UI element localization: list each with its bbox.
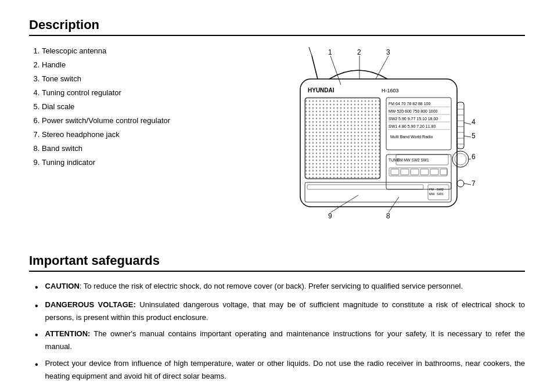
safeguard-text-4: Protect your device from influence of hi… bbox=[45, 357, 525, 383]
svg-rect-17 bbox=[391, 169, 399, 175]
safeguards-divider bbox=[29, 271, 525, 272]
safeguard-bold-1: CAUTION bbox=[45, 282, 80, 290]
callout-5: 5 bbox=[472, 132, 476, 140]
list-item: Tone switch bbox=[42, 72, 192, 86]
callout-4: 4 bbox=[472, 118, 476, 126]
svg-line-32 bbox=[464, 136, 471, 137]
safeguard-bold-3: ATTENTION: bbox=[45, 329, 91, 338]
safeguard-rest-3: The owner's manual contains important op… bbox=[45, 329, 525, 351]
safeguard-text-3: ATTENTION: The owner's manual contains i… bbox=[45, 328, 525, 353]
grille-dots bbox=[305, 98, 380, 178]
model-label: H-1603 bbox=[382, 88, 399, 93]
list-item: Stereo headphone jack bbox=[42, 128, 192, 142]
svg-text:MW: MW bbox=[429, 192, 436, 196]
safeguard-text-1: CAUTION: To reduce the risk of electric … bbox=[45, 280, 463, 295]
safeguard-item-2: DANGEROUS VOLTAGE: Uninsulated dangerous… bbox=[35, 299, 525, 324]
list-item: Power switch/Volume control regulator bbox=[42, 114, 192, 128]
safeguard-text-2: DANGEROUS VOLTAGE: Uninsulated dangerous… bbox=[45, 299, 525, 324]
freq-fm: FM 64 70 76 82 88 100 bbox=[388, 102, 430, 106]
safeguard-item-4: Protect your device from influence of hi… bbox=[35, 357, 525, 383]
radio-diagram: 1 2 3 HYUNDAI H-1603 bbox=[242, 44, 486, 230]
description-list: Telescopic antenna Handle Tone switch Tu… bbox=[29, 44, 192, 230]
safeguard-rest-1: : To reduce the risk of electric shock, … bbox=[80, 282, 463, 290]
callout-7: 7 bbox=[472, 179, 476, 188]
svg-rect-19 bbox=[411, 169, 419, 175]
callout-2: 2 bbox=[357, 48, 361, 56]
svg-line-47 bbox=[312, 56, 318, 79]
svg-rect-20 bbox=[420, 169, 429, 175]
list-item: Handle bbox=[42, 58, 192, 72]
svg-line-48 bbox=[309, 47, 312, 56]
svg-line-39 bbox=[388, 197, 399, 213]
items-list: Telescopic antenna Handle Tone switch Tu… bbox=[29, 44, 192, 170]
list-item: Tuning control regulator bbox=[42, 86, 192, 100]
callout-9: 9 bbox=[328, 212, 332, 220]
description-divider bbox=[29, 35, 525, 36]
svg-text:SW1: SW1 bbox=[437, 192, 444, 196]
description-title: Description bbox=[29, 17, 525, 33]
brand-label: HYUNDAI bbox=[308, 87, 334, 93]
safeguard-bold-2: DANGEROUS VOLTAGE: bbox=[45, 300, 136, 309]
callout-1: 1 bbox=[328, 48, 332, 56]
radio-svg: 1 2 3 HYUNDAI H-1603 bbox=[242, 44, 486, 230]
callout-8: 8 bbox=[386, 212, 390, 220]
band-selector: FM MW SW2 SW1 bbox=[397, 158, 429, 162]
svg-rect-21 bbox=[430, 169, 438, 175]
svg-point-36 bbox=[457, 180, 464, 187]
svg-line-0 bbox=[330, 56, 341, 85]
svg-line-38 bbox=[330, 195, 358, 213]
svg-rect-41 bbox=[307, 185, 423, 189]
callout-3: 3 bbox=[386, 48, 390, 56]
freq-sw2: SW2 5.90 9.77 15.10 18.00 bbox=[388, 117, 438, 121]
svg-line-37 bbox=[464, 184, 471, 185]
diagram-area: 1 2 3 HYUNDAI H-1603 bbox=[203, 44, 525, 230]
subtitle-text: Multi Band World Radio bbox=[390, 135, 433, 139]
svg-text:SW2: SW2 bbox=[437, 188, 444, 191]
svg-rect-8 bbox=[305, 98, 380, 178]
safeguards-section: Important safeguards CAUTION: To reduce … bbox=[29, 253, 525, 383]
freq-sw1: SW1 4.80 5.90 7.20 11.80 bbox=[388, 124, 436, 128]
svg-text:FM: FM bbox=[429, 188, 434, 191]
svg-line-31 bbox=[464, 123, 471, 124]
freq-mw: MW 520 600 750 800 1000 bbox=[388, 109, 438, 113]
list-item: Tuning indicator bbox=[42, 156, 192, 170]
safeguards-title: Important safeguards bbox=[29, 253, 525, 268]
callout-6: 6 bbox=[472, 153, 476, 161]
svg-rect-22 bbox=[440, 169, 447, 175]
safeguard-item-3: ATTENTION: The owner's manual contains i… bbox=[35, 328, 525, 353]
list-item: Band switch bbox=[42, 142, 192, 156]
safeguard-item-1: CAUTION: To reduce the risk of electric … bbox=[35, 280, 525, 295]
svg-point-34 bbox=[455, 153, 466, 165]
safeguards-list: CAUTION: To reduce the risk of electric … bbox=[29, 280, 525, 383]
svg-line-2 bbox=[376, 56, 388, 79]
svg-rect-18 bbox=[401, 169, 409, 175]
list-item: Dial scale bbox=[42, 100, 192, 114]
description-section: Telescopic antenna Handle Tone switch Tu… bbox=[29, 44, 525, 230]
list-item: Telescopic antenna bbox=[42, 44, 192, 58]
